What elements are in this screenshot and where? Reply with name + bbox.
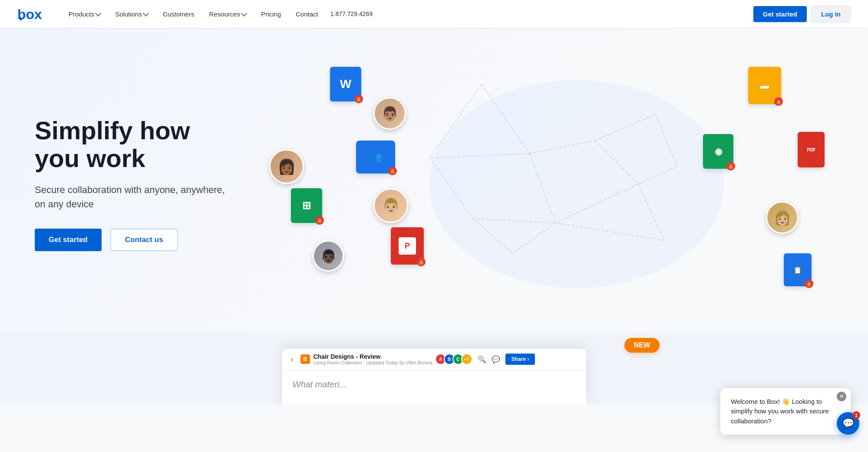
svg-line-10 [595, 115, 656, 141]
nav-links: Products Solutions Customers Resources P… [63, 7, 753, 21]
chevron-down-icon [143, 10, 149, 16]
hero-illustration: .net-line { stroke: #b0c4de; stroke-widt… [261, 54, 833, 314]
avatar-person-3: 👨🏼 [373, 188, 408, 223]
blue-document-icon: 📋 🔒 [784, 253, 812, 286]
hero-content: Simplify how you work Secure collaborati… [35, 117, 261, 251]
comment-icon[interactable]: 💬 [492, 355, 500, 364]
svg-line-14 [638, 184, 664, 240]
green-document-icon: ◉ 🔒 [703, 134, 733, 169]
nav-pricing[interactable]: Pricing [255, 7, 287, 21]
preview-toolbar: ‹ B Chair Designs - Review Living Room C… [282, 349, 586, 370]
nav-login-button[interactable]: Log in [811, 6, 851, 23]
word-document-icon: W 🔒 [330, 67, 361, 102]
phone-number[interactable]: 1.877.729.4269 [330, 10, 373, 17]
hero-section: Simplify how you work Secure collaborati… [0, 28, 868, 331]
lock-badge: 🔒 [726, 162, 735, 170]
powerpoint-document-icon: P 🔒 [391, 227, 424, 265]
lock-badge: 🔒 [417, 258, 426, 266]
avatar-person-5: 👩🏼 [766, 201, 799, 234]
svg-line-5 [530, 141, 595, 154]
nav-customers[interactable]: Customers [157, 7, 201, 21]
search-icon[interactable]: 🔍 [478, 355, 486, 364]
chevron-down-icon [241, 10, 247, 16]
avatar-person-1: 👩🏾 [269, 149, 304, 184]
svg-line-6 [530, 154, 556, 223]
svg-line-17 [638, 167, 677, 184]
hero-get-started-button[interactable]: Get started [35, 229, 102, 251]
preview-body: What materi... [282, 370, 586, 405]
chat-bubble: ✕ Welcome to Box! 👋 Looking to simplify … [720, 388, 851, 405]
logo[interactable]: box [17, 5, 42, 23]
chat-message: Welcome to Box! 👋 Looking to simplify ho… [731, 397, 840, 405]
nav-contact[interactable]: Contact [290, 7, 324, 21]
svg-line-12 [512, 223, 556, 253]
preview-back-button[interactable]: ‹ [289, 355, 295, 364]
svg-line-16 [656, 115, 677, 167]
hero-buttons: Get started Contact us [35, 229, 261, 251]
pdf-document-icon: PDF [798, 132, 825, 167]
svg-point-1 [20, 18, 22, 20]
nav-actions: Get started Log in [753, 6, 851, 23]
lock-badge: 🔒 [354, 95, 363, 103]
chevron-down-icon [95, 10, 101, 16]
svg-line-4 [430, 154, 530, 158]
hero-subtitle: Secure collaboration with anyone, anywhe… [35, 183, 234, 211]
svg-line-11 [556, 184, 638, 223]
sheets-document-icon: ⊞ 🔒 [291, 188, 322, 223]
svg-line-2 [482, 84, 530, 154]
svg-line-9 [595, 141, 638, 184]
svg-line-15 [556, 223, 664, 240]
preview-title-area: Chair Designs - Review Living Room Colle… [314, 353, 432, 365]
nav-solutions[interactable]: Solutions [109, 7, 154, 21]
svg-line-7 [430, 158, 473, 219]
lock-badge: 🔒 [388, 167, 397, 175]
navigation: box Products Solutions Customers Resourc… [0, 0, 868, 28]
nav-get-started-button[interactable]: Get started [753, 6, 807, 22]
new-badge: NEW [624, 338, 660, 353]
svg-line-13 [473, 219, 512, 253]
collaborator-avatar: +7 [461, 354, 472, 365]
avatar-person-4: 👨🏿 [313, 240, 344, 272]
svg-line-8 [473, 219, 556, 223]
preview-window: ‹ B Chair Designs - Review Living Room C… [282, 349, 586, 405]
preview-doc-subtitle: Living Room Collection · Updated Today b… [314, 360, 432, 365]
preview-collaborators: A B C +7 [438, 354, 472, 365]
lock-badge: 🔒 [774, 97, 783, 106]
team-folder-icon: 👥 🔒 [356, 141, 395, 174]
hero-contact-button[interactable]: Contact us [110, 229, 178, 251]
chat-close-button[interactable]: ✕ [837, 392, 846, 401]
nav-resources[interactable]: Resources [203, 7, 252, 21]
preview-share-button[interactable]: Share › [505, 354, 535, 365]
avatar-person-2: 👨🏽 [373, 97, 406, 130]
lock-badge: 🔒 [805, 279, 813, 288]
hero-title: Simplify how you work [35, 117, 261, 172]
preview-doc-title: Chair Designs - Review [314, 353, 432, 360]
lock-badge: 🔒 [315, 216, 324, 225]
svg-line-3 [430, 84, 482, 158]
slides-document-icon: ▬ 🔒 [748, 67, 781, 104]
nav-products[interactable]: Products [63, 7, 106, 21]
